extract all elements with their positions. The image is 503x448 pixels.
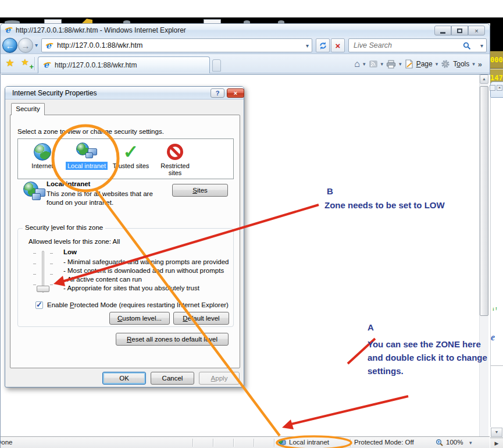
selected-zone-icon [23, 182, 45, 201]
zone-label-selected: Local intranet [66, 162, 108, 170]
annotation-b-label: B [327, 186, 333, 196]
background-scroll-down: ▼ [491, 428, 502, 437]
default-level-button[interactable]: Default level [173, 312, 229, 325]
search-box[interactable]: Live Search ▾ [348, 38, 487, 52]
zone-item-restricted-sites[interactable]: Restricted sites [153, 142, 197, 177]
separator [192, 439, 193, 447]
screenshot-root: http://127.0.0.1:88/wkr.htm - Windows In… [0, 0, 503, 448]
zone-item-trusted-sites[interactable]: ✓ Trusted sites [109, 142, 153, 170]
window-fragment [82, 19, 92, 23]
zone-list: Internet Local intranet ✓ Trusted sites [17, 138, 234, 179]
zoom-dropdown-icon[interactable]: ▾ [469, 440, 472, 446]
close-icon: × [475, 27, 478, 34]
background-cell: 000 [490, 51, 503, 69]
reset-zones-button[interactable]: Reset all zones to default level [116, 333, 229, 346]
tools-gear-icon [441, 59, 450, 69]
refresh-button[interactable] [316, 38, 330, 52]
status-bar: Done Local intranet Protected Mode: Off … [1, 436, 490, 448]
background-application-strip: 000 147 × ¡ ! e ▼ ▶ [490, 17, 503, 448]
dialog-title: Internet Security Properties [12, 89, 97, 97]
tab-bar: ★ ★ + http://127.0.0.1:88/wkr.htm ⌂ ▾ [1, 54, 490, 73]
window-fragment [204, 19, 221, 23]
feeds-dropdown-icon[interactable]: ▾ [381, 61, 384, 67]
navigation-bar: ← → ▾ http://127.0.0.1:88/wkr.htm ▾ × [1, 37, 490, 54]
forward-button[interactable]: → [18, 38, 33, 53]
home-button[interactable]: ⌂ [354, 59, 360, 69]
vertical-scrollbar[interactable]: ▲ ▼ [479, 74, 488, 448]
zone-label: Restricted sites [153, 162, 197, 177]
favorites-button[interactable]: ★ [3, 57, 17, 70]
maximize-button[interactable] [451, 26, 468, 35]
level-description: - Appropriate for sites that you absolut… [63, 284, 229, 293]
stop-button[interactable]: × [331, 38, 345, 52]
zone-item-internet[interactable]: Internet [20, 142, 65, 170]
close-button[interactable]: × [468, 26, 485, 35]
history-dropdown[interactable]: ▾ [35, 42, 38, 48]
scroll-up-icon: ▲ [482, 77, 486, 81]
address-bar[interactable]: http://127.0.0.1:88/wkr.htm ▾ [41, 38, 312, 52]
security-level-slider[interactable] [32, 250, 58, 296]
custom-level-button[interactable]: Custom level... [109, 312, 170, 325]
print-dropdown-icon[interactable]: ▾ [399, 61, 402, 67]
tab-security[interactable]: Security [11, 103, 45, 115]
minimize-icon [440, 32, 445, 34]
security-level-legend: Security level for this zone [23, 224, 105, 231]
security-tab-panel: Select a zone to view or change security… [10, 115, 240, 368]
level-descriptions: - Minimal safeguards and warning prompts… [63, 258, 229, 293]
zone-icon [278, 439, 286, 447]
zoom-icon[interactable] [436, 439, 444, 447]
slider-thumb[interactable] [37, 286, 49, 292]
add-favorite-star-icon: ★ [21, 57, 28, 67]
back-button[interactable]: ← [2, 38, 17, 53]
page-favicon-icon [45, 41, 54, 51]
level-name: Low [63, 248, 77, 255]
separator [350, 439, 351, 447]
print-icon[interactable] [386, 60, 396, 69]
tools-dropdown-icon[interactable]: ▾ [472, 61, 475, 67]
fragment-button [490, 85, 495, 91]
status-protected-mode[interactable]: Protected Mode: Off [354, 439, 414, 446]
security-level-groupbox: Security level for this zone Allowed lev… [17, 228, 234, 327]
tools-menu[interactable]: Tools [453, 60, 469, 68]
maximize-icon [457, 29, 462, 33]
active-tab[interactable]: http://127.0.0.1:88/wkr.htm [38, 56, 210, 73]
ok-button[interactable]: OK [102, 372, 146, 385]
restricted-icon [167, 144, 183, 160]
background-dark-area [490, 17, 503, 51]
address-dropdown-icon[interactable]: ▾ [306, 42, 309, 49]
trusted-check-icon: ✓ [123, 143, 139, 161]
page-dropdown-icon[interactable]: ▾ [436, 61, 438, 67]
dialog-help-button[interactable]: ? [211, 88, 224, 98]
apply-button[interactable]: Apply [199, 372, 240, 385]
refresh-icon [319, 41, 327, 50]
protected-mode-checkbox[interactable]: ✓ [35, 301, 43, 309]
toolbar-overflow-chevron[interactable]: » [478, 60, 482, 69]
search-icon[interactable] [463, 42, 471, 50]
selected-zone-description: This zone is for all websites that are f… [47, 190, 166, 207]
level-description: - Minimal safeguards and warning prompts… [63, 258, 229, 266]
ie-favicon-icon [4, 26, 13, 35]
status-zone[interactable]: Local intranet [289, 439, 329, 446]
scrollbar-thumb[interactable] [480, 86, 488, 316]
zone-item-local-intranet[interactable]: Local intranet [65, 142, 109, 170]
add-favorite-button[interactable]: ★ + [18, 57, 32, 70]
local-intranet-icon [76, 143, 97, 161]
minimize-button[interactable] [434, 26, 451, 35]
favorites-star-icon: ★ [5, 58, 14, 69]
search-options-dropdown[interactable]: ▾ [480, 42, 483, 49]
dialog-close-button[interactable]: × [227, 88, 244, 98]
status-zoom-level[interactable]: 100% [446, 439, 463, 446]
desktop-taskbar-fragment [0, 17, 503, 23]
scroll-up-button[interactable]: ▲ [480, 74, 488, 84]
background-page-edge: ¡ ! e [490, 98, 503, 427]
window-controls: × [434, 26, 485, 35]
cancel-button[interactable]: Cancel [151, 372, 194, 385]
page-icon [405, 59, 413, 69]
new-tab-stub[interactable] [212, 59, 221, 72]
sites-button[interactable]: Sites [172, 184, 228, 197]
search-placeholder: Live Search [354, 41, 392, 49]
page-menu[interactable]: Page [416, 60, 433, 68]
feeds-icon[interactable] [369, 60, 378, 68]
home-dropdown-icon[interactable]: ▾ [363, 61, 366, 67]
select-zone-label: Select a zone to view or change security… [17, 128, 164, 135]
